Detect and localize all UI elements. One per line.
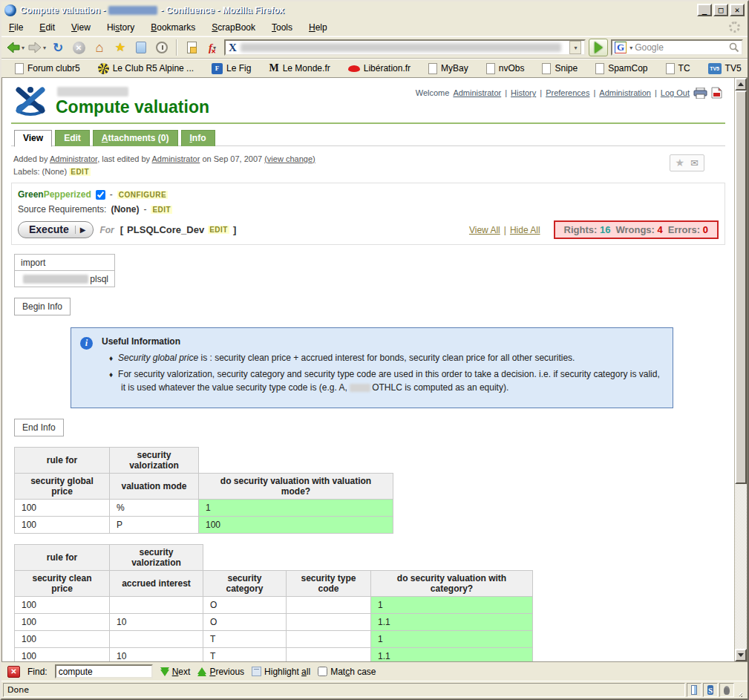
bookmark-page-icon (666, 63, 675, 74)
find-next-button[interactable]: Next (160, 667, 191, 677)
page-content: Welcome Administrator |History|Preferenc… (2, 78, 734, 661)
bookmark-label: Forum clubr5 (27, 63, 80, 73)
maximize-button[interactable]: □ (713, 4, 728, 16)
pdf-icon[interactable] (711, 87, 722, 99)
match-case-control[interactable]: Match case (318, 667, 376, 677)
home-button[interactable]: ⌂ (91, 39, 108, 56)
find-close-button[interactable]: ✕ (7, 666, 20, 678)
view-change-link[interactable]: (view change) (264, 154, 315, 163)
userbar-link-administration[interactable]: Administration (599, 88, 651, 97)
tab-info[interactable]: Info (181, 130, 215, 146)
scroll-down-button[interactable] (735, 649, 747, 661)
menu-history[interactable]: History (107, 22, 134, 33)
bookmark-item[interactable]: TV5TV5 (701, 63, 749, 74)
stop-button[interactable]: ✕ (70, 39, 88, 56)
edit-sut-link[interactable]: EDIT (208, 226, 229, 234)
hide-all-link[interactable]: Hide All (510, 225, 540, 235)
resize-grip[interactable] (736, 683, 746, 697)
table-cell: O (203, 597, 287, 614)
google-logo-icon[interactable]: G (615, 42, 627, 53)
group-header-spacer (203, 545, 533, 571)
menu-edit[interactable]: Edit (39, 22, 55, 33)
menu-scrapbook[interactable]: ScrapBook (212, 22, 255, 33)
bookmark-item[interactable]: SpamCop (588, 63, 658, 74)
flashblock-button[interactable]: f ▾ (203, 39, 221, 56)
group-header-spacer (199, 448, 393, 474)
gesture-status-icon[interactable] (719, 683, 734, 697)
back-button[interactable]: ▾ (6, 39, 24, 56)
menu-file[interactable]: File (9, 22, 23, 33)
search-input[interactable] (635, 42, 727, 53)
sidebar-button[interactable] (132, 39, 150, 56)
find-input[interactable] (55, 664, 153, 678)
import-value-cell: plsql (15, 271, 115, 287)
go-button[interactable] (589, 39, 608, 56)
scrollbar-thumb[interactable] (735, 91, 747, 484)
highlight-all-button[interactable]: Highlight all (252, 667, 310, 677)
scrapbook-capture-button[interactable] (183, 39, 200, 56)
minimize-button[interactable]: _ (697, 4, 712, 16)
search-box[interactable]: G ▾ (611, 39, 743, 56)
result-cell: 1 (371, 597, 533, 614)
vertical-scrollbar[interactable] (734, 78, 747, 661)
page-title: Compute valuation (56, 98, 209, 116)
edit-labels-link[interactable]: EDIT (69, 168, 91, 176)
find-previous-button[interactable]: Previous (197, 667, 244, 677)
menu-view[interactable]: View (71, 22, 91, 33)
scrapbook-status-icon[interactable]: S (703, 683, 718, 697)
user-link[interactable]: Administrator (453, 88, 501, 97)
bookmark-monde-icon: M (269, 63, 278, 74)
bookmark-label: nvObs (499, 63, 525, 73)
userbar-link-history[interactable]: History (511, 88, 536, 97)
go-icon (595, 42, 603, 53)
bookmark-item[interactable]: nvObs (479, 63, 535, 74)
match-case-checkbox[interactable] (318, 667, 327, 676)
forward-button[interactable]: ▾ (27, 39, 46, 56)
scroll-up-button[interactable] (735, 78, 747, 91)
bookmark-item[interactable]: Libération.fr (341, 63, 421, 73)
reload-button[interactable]: ↻ (49, 39, 67, 56)
menu-bookmarks[interactable]: Bookmarks (151, 22, 195, 33)
bookmark-star-button[interactable]: ★ (111, 39, 129, 56)
menu-help[interactable]: Help (309, 22, 327, 33)
forward-dropdown-icon[interactable]: ▾ (43, 45, 46, 51)
header-divider (11, 122, 725, 124)
history-button[interactable] (153, 39, 171, 56)
execute-button[interactable]: Execute ▶ (18, 221, 94, 238)
bookmark-item[interactable]: MLe Monde.fr (261, 63, 340, 74)
bookmark-item[interactable]: MyBay (421, 63, 479, 74)
url-dropdown-button[interactable]: ▾ (569, 41, 581, 54)
author-link[interactable]: Administrator (50, 154, 97, 163)
bookmark-label: MyBay (441, 63, 468, 73)
tab-attachments-0-[interactable]: Attachments (0) (93, 130, 178, 146)
search-magnifier-icon[interactable] (729, 42, 739, 53)
edit-source-link[interactable]: EDIT (151, 206, 172, 214)
editor-link[interactable]: Administrator (152, 154, 200, 163)
bookmark-item[interactable]: Le Club R5 Alpine ... (91, 63, 204, 74)
table-cell: 10 (110, 614, 203, 631)
statusbar-panel-icon[interactable] (687, 683, 701, 697)
greenpepperized-checkbox[interactable] (96, 190, 105, 200)
back-dropdown-icon[interactable]: ▾ (22, 45, 24, 51)
bookmark-item[interactable]: Snipe (534, 63, 588, 74)
throbber-icon (729, 22, 740, 33)
print-icon[interactable] (693, 88, 707, 99)
search-engine-dropdown-icon[interactable]: ▾ (629, 45, 632, 51)
tab-view[interactable]: View (14, 130, 52, 147)
bookmark-item[interactable]: Forum clubr5 (7, 63, 91, 74)
info-icon: i (80, 337, 93, 350)
bookmark-item[interactable]: FLe Fig (204, 63, 261, 74)
url-bar[interactable]: X ▾ (224, 39, 586, 56)
status-text: Done (3, 683, 685, 697)
close-button[interactable]: ✕ (730, 4, 745, 16)
tab-edit[interactable]: Edit (55, 130, 90, 146)
userbar-link-log-out[interactable]: Log Out (661, 88, 690, 97)
view-all-link[interactable]: View All (469, 225, 500, 235)
bookmark-item[interactable]: TC (658, 63, 701, 74)
configure-link[interactable]: CONFIGURE (117, 191, 169, 199)
menu-tools[interactable]: Tools (272, 22, 292, 33)
watch-email-icon[interactable]: ✉ (690, 157, 699, 169)
favourite-star-icon[interactable]: ★ (676, 157, 685, 169)
scrollbar-track[interactable] (735, 484, 747, 649)
userbar-link-preferences[interactable]: Preferences (546, 88, 589, 97)
